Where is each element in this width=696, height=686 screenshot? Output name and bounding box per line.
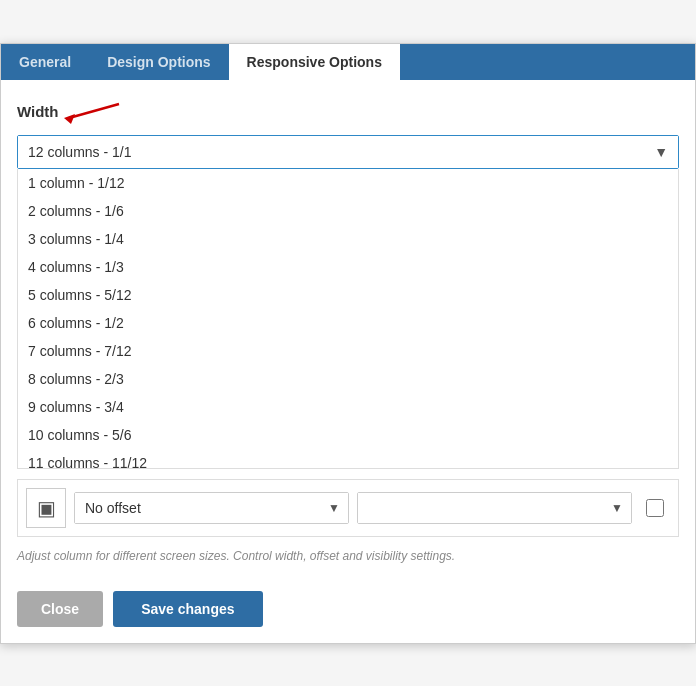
dropdown-list-item[interactable]: 11 columns - 11/12 <box>18 449 678 469</box>
tab-design[interactable]: Design Options <box>89 44 228 80</box>
save-button[interactable]: Save changes <box>113 591 262 627</box>
help-text: Adjust column for different screen sizes… <box>17 549 679 563</box>
visibility-checkbox-wrapper <box>640 493 670 523</box>
dropdown-list-item[interactable]: 9 columns - 3/4 <box>18 393 678 421</box>
dropdown-list-item[interactable]: 5 columns - 5/12 <box>18 281 678 309</box>
device-icon: ▣ <box>26 488 66 528</box>
width-dropdown-list: 1 column - 1/122 columns - 1/63 columns … <box>17 169 679 469</box>
dropdown-list-item[interactable]: 10 columns - 5/6 <box>18 421 678 449</box>
width-dropdown[interactable]: 1 column - 1/122 columns - 1/63 columns … <box>17 135 679 169</box>
arrow-indicator <box>59 96 129 127</box>
controls-row: ▣ No offset1 column2 columns3 columns4 c… <box>17 479 679 537</box>
close-button[interactable]: Close <box>17 591 103 627</box>
svg-marker-1 <box>64 114 75 124</box>
visibility-dropdown[interactable]: VisibleHidden ▼ <box>357 492 632 524</box>
width-select[interactable]: 1 column - 1/122 columns - 1/63 columns … <box>18 136 678 168</box>
dropdown-list-item[interactable]: 2 columns - 1/6 <box>18 197 678 225</box>
dropdown-list-item[interactable]: 4 columns - 1/3 <box>18 253 678 281</box>
tab-responsive[interactable]: Responsive Options <box>229 44 400 80</box>
content-area: Width 1 column - 1/122 columns - 1/63 co… <box>1 80 695 579</box>
dropdown-list-item[interactable]: 3 columns - 1/4 <box>18 225 678 253</box>
offset-dropdown[interactable]: No offset1 column2 columns3 columns4 col… <box>74 492 349 524</box>
tab-general[interactable]: General <box>1 44 89 80</box>
device-icon-symbol: ▣ <box>37 496 56 520</box>
dropdown-list-item[interactable]: 7 columns - 7/12 <box>18 337 678 365</box>
dialog: General Design Options Responsive Option… <box>0 43 696 644</box>
offset-select[interactable]: No offset1 column2 columns3 columns4 col… <box>75 493 348 523</box>
footer: Close Save changes <box>1 579 695 643</box>
width-label: Width <box>17 103 59 120</box>
tab-bar: General Design Options Responsive Option… <box>1 44 695 80</box>
dropdown-list-item[interactable]: 1 column - 1/12 <box>18 169 678 197</box>
visibility-select[interactable]: VisibleHidden <box>358 493 631 523</box>
dropdown-list-item[interactable]: 6 columns - 1/2 <box>18 309 678 337</box>
dropdown-list-item[interactable]: 8 columns - 2/3 <box>18 365 678 393</box>
visibility-checkbox[interactable] <box>646 499 664 517</box>
width-label-row: Width <box>17 96 679 127</box>
svg-line-0 <box>69 104 119 118</box>
